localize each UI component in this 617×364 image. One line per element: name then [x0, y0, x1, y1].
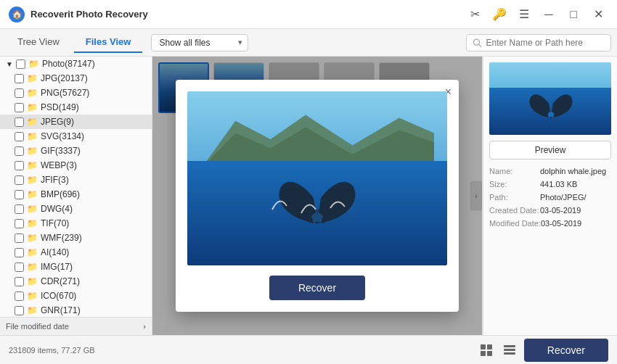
tree-item-ico[interactable]: 📁 ICO(670) — [0, 289, 152, 303]
tree-item-ai[interactable]: 📁 AI(140) — [0, 245, 152, 260]
tree-checkbox-cdr[interactable] — [15, 277, 24, 286]
tree-label-psd: PSD(149) — [41, 102, 79, 112]
tree-item-png[interactable]: 📁 PNG(57627) — [0, 86, 152, 100]
folder-icon-bmp: 📁 — [27, 189, 38, 199]
tree-item-img[interactable]: 📁 IMG(17) — [0, 260, 152, 274]
sort-bar[interactable]: File modified date › — [0, 317, 152, 335]
status-text: 231809 items, 77.27 GB — [9, 346, 478, 355]
sort-label: File modified date — [6, 322, 69, 331]
tab-files-view[interactable]: Files View — [74, 32, 143, 53]
tree-label-jfif: JFIF(3) — [41, 175, 69, 185]
tree-label-gif: GIF(3337) — [41, 146, 81, 156]
folder-icon-png: 📁 — [27, 88, 38, 98]
tree-checkbox-img[interactable] — [15, 262, 24, 272]
tree-label-img: IMG(17) — [41, 262, 73, 272]
tree-label-ai: AI(140) — [41, 247, 69, 257]
tree-checkbox-gif[interactable] — [15, 146, 24, 156]
tree-checkbox-gnr[interactable] — [15, 306, 24, 315]
key-icon[interactable]: 🔑 — [489, 4, 510, 25]
list-view-button[interactable] — [501, 342, 518, 359]
tree-label-gnr: GNR(171) — [41, 305, 81, 315]
tree-label-photo: Photo(87147) — [42, 59, 95, 69]
grid-view-button[interactable] — [478, 342, 495, 359]
whale-scene — [187, 91, 447, 265]
tree-item-bmp[interactable]: 📁 BMP(696) — [0, 187, 152, 202]
tree-item-svg[interactable]: 📁 SVG(3134) — [0, 129, 152, 144]
tree-label-ico: ICO(670) — [41, 291, 76, 301]
tree-item-webp[interactable]: 📁 WEBP(3) — [0, 158, 152, 173]
search-input[interactable] — [486, 38, 605, 48]
main-recover-button[interactable]: Recover — [524, 339, 608, 362]
search-icon — [473, 38, 482, 48]
tree-item-jpg[interactable]: 📁 JPG(20137) — [0, 71, 152, 86]
tab-tree-view[interactable]: Tree View — [6, 32, 71, 53]
tree-checkbox-jfif[interactable] — [15, 175, 24, 185]
tree-checkbox-ai[interactable] — [15, 248, 24, 257]
info-value-modified: 03-05-2019 — [541, 219, 581, 228]
preview-whale — [526, 89, 576, 122]
tree-item-dwg[interactable]: 📁 DWG(4) — [0, 202, 152, 216]
tree-label-png: PNG(57627) — [41, 88, 89, 98]
tree-item-jfif[interactable]: 📁 JFIF(3) — [0, 173, 152, 187]
tree-item-psd[interactable]: 📁 PSD(149) — [0, 100, 152, 115]
tree-checkbox-svg[interactable] — [15, 132, 24, 141]
info-label-created: Created Date: — [489, 206, 540, 215]
tree-checkbox-jpeg[interactable] — [15, 117, 24, 127]
tree-checkbox-webp[interactable] — [15, 161, 24, 170]
preview-info: Name: dolphin whale.jpeg Size: 441.03 KB… — [489, 167, 611, 232]
tree-checkbox-dwg[interactable] — [15, 204, 24, 214]
modal-recover-button[interactable]: Recover — [269, 276, 365, 300]
file-filter-select[interactable]: Show all files Show images only Show vid… — [151, 34, 248, 51]
info-row-path: Path: Photo/JPEG/ — [489, 193, 611, 202]
tree-label-dwg: DWG(4) — [41, 204, 73, 214]
tree-item-cdr[interactable]: 📁 CDR(271) — [0, 274, 152, 289]
tree-checkbox-ico[interactable] — [15, 291, 24, 301]
app-icon: 🏠 — [9, 7, 25, 22]
tree-item-wmf[interactable]: 📁 WMF(239) — [0, 231, 152, 245]
tree-item-photo[interactable]: ▼ 📁 Photo(87147) — [0, 57, 152, 71]
scissors-icon[interactable]: ✂ — [465, 4, 485, 25]
folder-icon-gif: 📁 — [27, 146, 38, 156]
folder-icon-cdr: 📁 — [27, 276, 38, 286]
tree-label-wmf: WMF(239) — [41, 233, 82, 243]
tree-label-jpg: JPG(20137) — [41, 73, 88, 83]
minimize-button[interactable]: ─ — [539, 4, 559, 25]
bottom-controls: Recover — [478, 339, 608, 362]
app-title: Recoverit Photo Recovery — [30, 9, 465, 20]
folder-icon-svg: 📁 — [27, 131, 38, 141]
tree-checkbox-png[interactable] — [15, 88, 24, 98]
maximize-button[interactable]: □ — [563, 4, 584, 25]
svg-rect-7 — [481, 351, 486, 356]
tree-item-gnr[interactable]: 📁 GNR(171) — [0, 303, 152, 318]
tree-checkbox-photo[interactable] — [16, 59, 25, 69]
sort-arrow: › — [143, 322, 146, 331]
info-row-size: Size: 441.03 KB — [489, 180, 611, 189]
folder-icon-ico: 📁 — [27, 291, 38, 301]
folder-icon-img: 📁 — [27, 262, 38, 272]
preview-thumbnail — [489, 62, 611, 135]
tree-item-tif[interactable]: 📁 TIF(70) — [0, 216, 152, 231]
folder-icon-jpg: 📁 — [27, 73, 38, 83]
splash-svg — [265, 195, 352, 217]
tree-checkbox-wmf[interactable] — [15, 233, 24, 243]
folder-icon-tif: 📁 — [27, 218, 38, 228]
close-button[interactable]: ✕ — [588, 4, 608, 25]
info-value-size: 441.03 KB — [540, 180, 577, 189]
folder-icon-jpeg: 📁 — [27, 117, 38, 127]
bottom-bar: 231809 items, 77.27 GB Recover — [0, 335, 617, 364]
svg-line-1 — [479, 44, 481, 46]
title-bar: 🏠 Recoverit Photo Recovery ✂ 🔑 ☰ ─ □ ✕ — [0, 0, 617, 29]
preview-button[interactable]: Preview — [489, 141, 611, 160]
menu-icon[interactable]: ☰ — [514, 4, 534, 25]
tree-checkbox-bmp[interactable] — [15, 190, 24, 199]
folder-icon-jfif: 📁 — [27, 175, 38, 185]
tree-checkbox-tif[interactable] — [15, 219, 24, 228]
tree-checkbox-psd[interactable] — [15, 103, 24, 112]
info-label-size: Size: — [489, 180, 540, 189]
svg-rect-6 — [487, 344, 492, 349]
svg-rect-10 — [504, 349, 515, 351]
modal-box: × — [176, 80, 459, 312]
tree-item-jpeg[interactable]: 📁 JPEG(9) — [0, 115, 152, 129]
tree-checkbox-jpg[interactable] — [15, 74, 24, 83]
tree-item-gif[interactable]: 📁 GIF(3337) — [0, 144, 152, 158]
